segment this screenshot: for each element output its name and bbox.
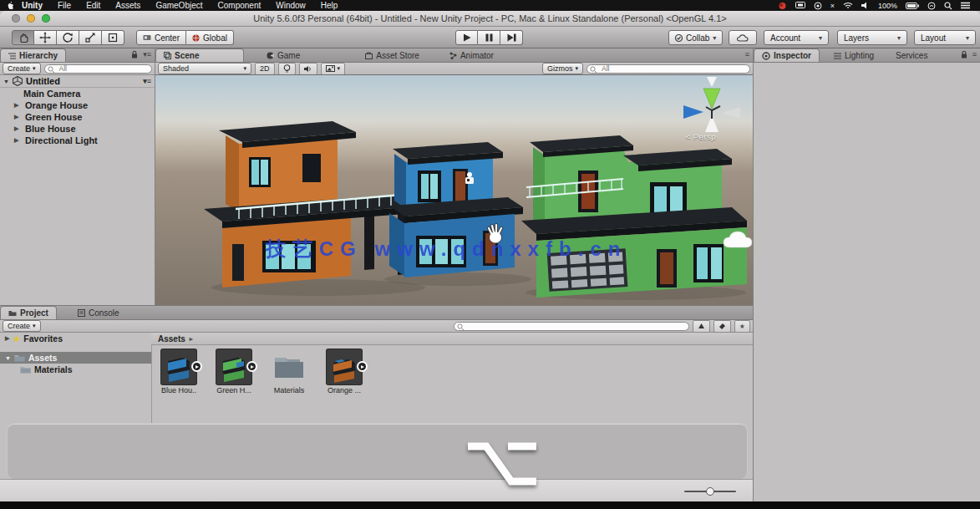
menu-edit[interactable]: Edit — [79, 0, 108, 11]
thumbnail-zoom-slider — [684, 487, 736, 496]
lock-icon[interactable] — [131, 50, 138, 59]
cloud-button[interactable] — [729, 30, 757, 45]
menubar-status-area: × 100% — [778, 2, 973, 10]
asset-green-house[interactable]: Green H... — [212, 349, 256, 394]
favorite-search-button[interactable]: ★ — [734, 320, 750, 333]
hierarchy-item-green-house[interactable]: ▶Green House — [0, 111, 155, 123]
tab-scene[interactable]: Scene — [155, 48, 244, 62]
pivot-toggle-button[interactable]: Center — [136, 30, 186, 45]
expand-arrow-icon[interactable]: ▶ — [14, 125, 18, 132]
tab-console[interactable]: Console — [70, 307, 127, 319]
layout-dropdown[interactable]: Layout▾ — [914, 30, 976, 45]
scene-row-menu-icon[interactable]: ▾≡ — [143, 77, 151, 85]
prefab-expand-badge[interactable] — [357, 361, 368, 372]
project-tabbar: Project Console — [0, 306, 753, 320]
scene-root-row[interactable]: ▼ Untitled ▾≡ — [0, 75, 155, 88]
expand-arrow-icon[interactable]: ▶ — [14, 102, 18, 109]
tab-game[interactable]: Game — [259, 49, 307, 62]
scene-search-input[interactable] — [586, 64, 750, 74]
green-house-render — [521, 135, 747, 300]
menu-unity[interactable]: Unity — [14, 0, 50, 11]
menu-file[interactable]: File — [50, 0, 79, 11]
space-toggle-button[interactable]: Global — [186, 30, 234, 45]
screen-record-icon[interactable] — [778, 2, 787, 10]
rotate-tool-button[interactable] — [57, 30, 79, 45]
project-create-button[interactable]: Create▾ — [3, 320, 41, 332]
move-tool-button[interactable] — [34, 30, 57, 45]
gizmos-dropdown[interactable]: Gizmos▾ — [542, 63, 583, 74]
keystroke-target-icon[interactable] — [814, 2, 822, 10]
panel-menu-icon[interactable]: ≡ — [745, 50, 749, 59]
hierarchy-item-main-camera[interactable]: Main Camera — [0, 88, 155, 99]
asset-blue-house[interactable]: Blue Hou.. — [157, 349, 201, 394]
expand-arrow-icon[interactable]: ▶ — [14, 137, 18, 144]
pivot-space-group: Center Global — [136, 30, 234, 45]
menu-assets[interactable]: Assets — [108, 0, 148, 11]
zoom-window-button[interactable] — [42, 14, 50, 23]
scene-effects-dropdown[interactable]: ▾ — [321, 63, 346, 75]
wifi-icon[interactable] — [843, 2, 853, 9]
spotlight-search-icon[interactable] — [944, 2, 952, 10]
tab-inspector[interactable]: Inspector — [754, 48, 820, 62]
step-button[interactable] — [500, 30, 523, 45]
panel-menu-icon[interactable]: ▾≡ — [143, 50, 151, 59]
scene-audio-toggle[interactable] — [299, 63, 317, 75]
asset-materials-folder[interactable]: Materials — [267, 349, 311, 394]
display-icon[interactable] — [795, 2, 805, 9]
account-dropdown[interactable]: Account▾ — [764, 30, 829, 45]
apple-logo-icon[interactable] — [7, 1, 14, 10]
volume-icon[interactable] — [861, 2, 870, 9]
expand-arrow-icon[interactable]: ▶ — [5, 335, 9, 342]
layers-dropdown[interactable]: Layers▾ — [837, 30, 907, 45]
collab-button[interactable]: Collab▾ — [668, 30, 723, 45]
hand-tool-button[interactable] — [12, 30, 34, 45]
tab-animator[interactable]: Animator — [442, 49, 501, 62]
hierarchy-item-orange-house[interactable]: ▶Orange House — [0, 99, 155, 111]
inspector-icon — [762, 52, 770, 60]
hierarchy-search-input[interactable] — [44, 64, 152, 74]
console-icon — [78, 309, 85, 317]
lock-icon[interactable] — [961, 50, 967, 59]
close-window-button[interactable] — [12, 14, 20, 23]
hierarchy-item-blue-house[interactable]: ▶Blue House — [0, 123, 155, 135]
slider-knob[interactable] — [706, 487, 714, 496]
persp-label[interactable]: < Persp — [685, 132, 716, 141]
scene-lighting-toggle[interactable] — [278, 63, 296, 75]
tab-asset-store[interactable]: Asset Store — [358, 49, 427, 62]
scale-tool-button[interactable] — [79, 30, 102, 45]
breadcrumb-assets[interactable]: Assets — [158, 334, 185, 344]
2d-toggle-button[interactable]: 2D — [255, 63, 275, 75]
panel-menu-icon[interactable]: ≡ — [972, 50, 977, 59]
siri-icon[interactable] — [927, 2, 936, 10]
prefab-expand-badge[interactable] — [246, 361, 257, 372]
menu-gameobject[interactable]: GameObject — [148, 0, 210, 11]
tree-item-favorites[interactable]: ▶ ★ Favorites — [0, 333, 151, 344]
tree-item-assets[interactable]: ▼ Assets — [0, 352, 151, 364]
hierarchy-item-directional-light[interactable]: ▶Directional Light — [0, 135, 155, 146]
disclosure-down-icon[interactable]: ▼ — [3, 79, 9, 84]
project-search-input[interactable] — [454, 322, 689, 331]
shading-mode-dropdown[interactable]: Shaded▾ — [158, 63, 251, 74]
rect-tool-button[interactable] — [102, 30, 124, 45]
expand-arrow-icon[interactable]: ▶ — [14, 114, 18, 120]
menu-component[interactable]: Component — [211, 0, 269, 11]
prefab-expand-badge[interactable] — [191, 361, 202, 372]
minimize-window-button[interactable] — [27, 14, 35, 23]
tab-project[interactable]: Project — [0, 306, 57, 319]
hierarchy-create-button[interactable]: Create▾ — [3, 63, 41, 74]
menu-window[interactable]: Window — [268, 0, 313, 11]
bluetooth-icon[interactable]: × — [830, 2, 835, 10]
tab-services[interactable]: Services — [888, 49, 935, 62]
play-button[interactable] — [455, 30, 478, 45]
pause-button[interactable] — [478, 30, 500, 45]
scene-viewport[interactable]: < Persp 技艺CG www.qdnxxfb.cn — [155, 74, 753, 306]
search-by-type-button[interactable] — [693, 320, 710, 333]
menu-help[interactable]: Help — [313, 0, 346, 11]
control-center-icon[interactable] — [961, 2, 970, 9]
search-by-label-button[interactable] — [713, 320, 731, 333]
tab-lighting[interactable]: Lighting — [826, 49, 881, 62]
tree-item-materials[interactable]: Materials — [0, 364, 151, 375]
tab-hierarchy[interactable]: Hierarchy — [0, 48, 66, 62]
asset-orange-house[interactable]: Orange ... — [322, 349, 366, 394]
collapse-arrow-icon[interactable]: ▼ — [5, 355, 11, 361]
